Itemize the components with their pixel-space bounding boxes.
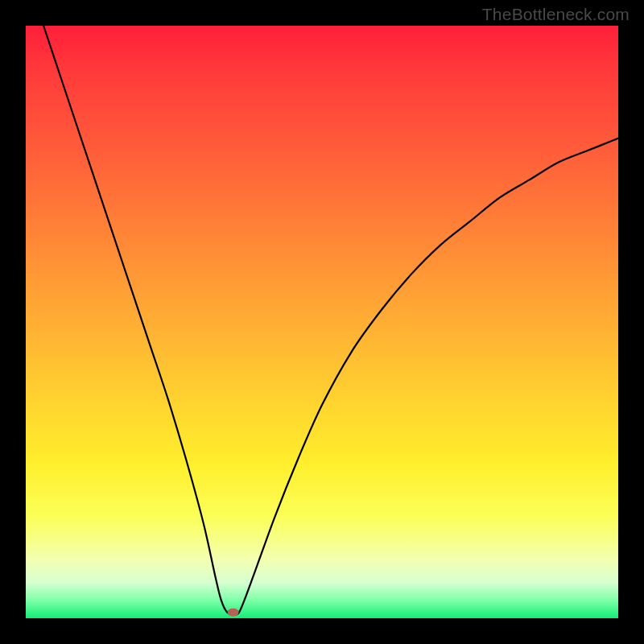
chart-frame: TheBottleneck.com	[0, 0, 644, 644]
curve-line	[43, 26, 618, 614]
bottleneck-curve	[26, 26, 618, 618]
watermark-text: TheBottleneck.com	[482, 5, 630, 24]
minimum-marker	[228, 609, 239, 617]
plot-area	[26, 26, 618, 618]
